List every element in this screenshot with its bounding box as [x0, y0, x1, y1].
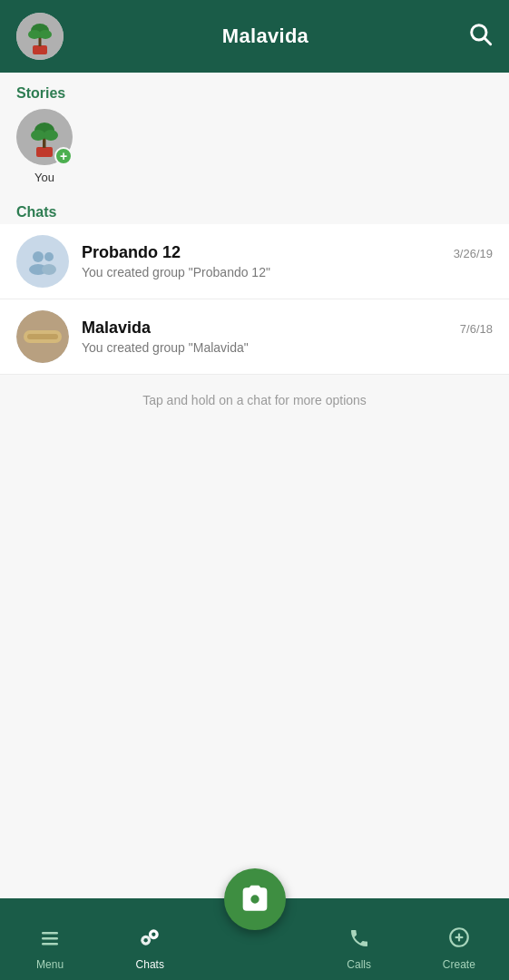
nav-label-create: Create	[443, 958, 475, 971]
svg-rect-20	[27, 334, 58, 339]
svg-point-15	[44, 252, 54, 261]
calls-icon	[348, 927, 370, 955]
chats-section-label: Chats	[16, 204, 56, 220]
svg-rect-1	[33, 45, 47, 54]
story-avatar-wrap: +	[16, 109, 73, 165]
stories-row: + You	[0, 109, 509, 197]
chat-date-malavida: 7/6/18	[460, 322, 493, 336]
svg-point-12	[31, 130, 45, 141]
nav-label-menu: Menu	[36, 958, 64, 971]
nav-label-calls: Calls	[347, 958, 371, 971]
camera-fab-button[interactable]	[224, 868, 286, 930]
nav-item-create[interactable]: Create	[427, 926, 491, 971]
chat-preview-malavida: You created group "Malavida"	[82, 340, 493, 355]
chat-info-probando12: Probando 12 3/26/19 You created group "P…	[82, 243, 493, 279]
svg-point-13	[44, 130, 58, 141]
svg-point-4	[28, 30, 41, 39]
header-avatar[interactable]	[16, 13, 64, 60]
stories-section-label: Stories	[0, 73, 509, 109]
menu-icon	[39, 927, 61, 955]
fab-wrap	[224, 868, 286, 930]
chat-avatar-malavida	[16, 310, 69, 363]
svg-rect-21	[42, 932, 58, 935]
svg-point-17	[42, 264, 56, 275]
nav-item-menu[interactable]: Menu	[18, 927, 82, 971]
svg-point-5	[39, 30, 52, 39]
story-you-label: You	[34, 171, 54, 184]
svg-point-27	[144, 938, 148, 942]
header-title: Malavida	[222, 24, 308, 48]
svg-rect-9	[36, 147, 53, 157]
svg-rect-22	[42, 937, 58, 940]
story-add-badge: +	[54, 147, 73, 165]
header: Malavida	[0, 0, 509, 73]
chat-item-malavida[interactable]: Malavida 7/6/18 You created group "Malav…	[0, 299, 509, 375]
chat-list: Probando 12 3/26/19 You created group "P…	[0, 224, 509, 375]
svg-point-14	[33, 251, 44, 262]
search-icon[interactable]	[467, 21, 493, 52]
nav-item-calls[interactable]: Calls	[328, 927, 391, 971]
svg-line-7	[485, 38, 490, 44]
chat-date-probando12: 3/26/19	[454, 247, 493, 260]
content-area: Stories + You Chats	[0, 73, 509, 898]
chat-avatar-probando12	[16, 235, 69, 288]
chat-item-probando12[interactable]: Probando 12 3/26/19 You created group "P…	[0, 224, 509, 299]
nav-label-chats: Chats	[136, 958, 164, 971]
svg-point-26	[152, 933, 155, 936]
create-icon	[447, 926, 471, 955]
nav-item-chats[interactable]: Chats	[118, 926, 181, 971]
chats-icon	[138, 926, 162, 955]
chat-name-probando12: Probando 12	[82, 243, 181, 262]
story-item-you[interactable]: + You	[16, 109, 73, 184]
chat-preview-probando12: You created group "Probando 12"	[82, 265, 493, 279]
chat-info-malavida: Malavida 7/6/18 You created group "Malav…	[82, 318, 493, 355]
svg-rect-23	[42, 943, 58, 946]
hint-text: Tap and hold on a chat for more options	[0, 375, 509, 426]
chat-name-malavida: Malavida	[82, 318, 151, 338]
chats-section-header: Chats	[0, 197, 509, 224]
